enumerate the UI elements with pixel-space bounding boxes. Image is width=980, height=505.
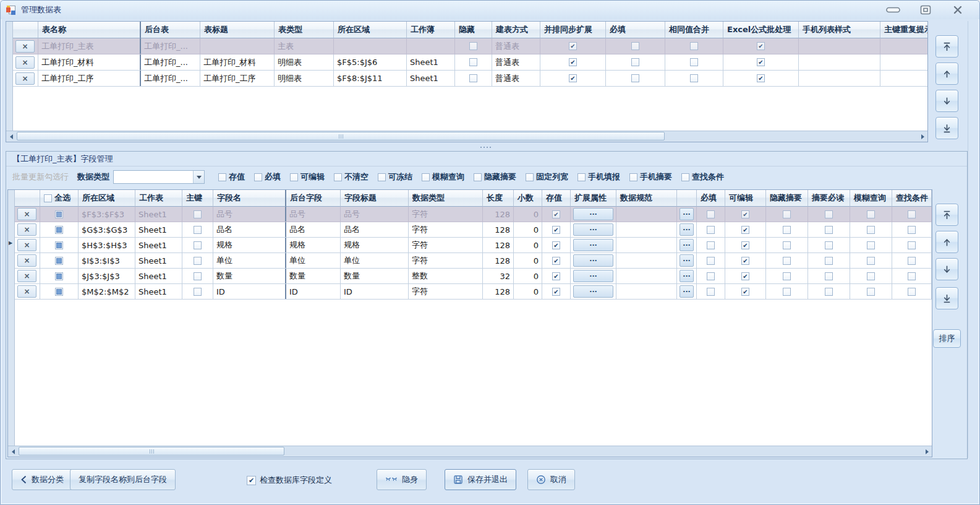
ellipsis-button[interactable]: ··· — [573, 208, 613, 220]
cell-length[interactable]: 128 — [483, 207, 514, 222]
summary-required-checkbox[interactable] — [825, 241, 833, 249]
search-condition-checkbox[interactable] — [908, 257, 916, 265]
cell-merge-same-value[interactable] — [665, 38, 723, 54]
search-condition-checkbox[interactable] — [908, 288, 916, 296]
row-select-checkbox[interactable] — [55, 272, 63, 280]
cell-fuzzy-search[interactable] — [850, 284, 892, 299]
col-header-editable[interactable]: 可编辑 — [725, 190, 766, 207]
cell-data-type[interactable]: 字符 — [409, 238, 483, 252]
cell-worksheet[interactable]: Sheet1 — [135, 269, 182, 283]
cell-select-all[interactable] — [40, 207, 79, 222]
cell-summary-required[interactable] — [808, 269, 850, 283]
cell-hide-summary[interactable] — [766, 222, 808, 237]
cell-fuzzy-search[interactable] — [850, 253, 892, 268]
cell-summary-required[interactable] — [808, 222, 850, 237]
cell-primary-key[interactable] — [182, 269, 213, 283]
store-value-checkbox[interactable]: ✔ — [552, 241, 560, 249]
col-header-phone-list-style[interactable]: 手机列表样式 — [799, 22, 880, 38]
required-checkbox[interactable] — [631, 74, 639, 82]
cell-row-delete[interactable]: × — [12, 71, 38, 86]
chevron-down-icon[interactable] — [193, 171, 204, 183]
cell-backend-table[interactable]: 工单打印_... — [141, 38, 200, 54]
cell-primary-key[interactable] — [182, 222, 213, 237]
cell-region[interactable]: $F$3:$F$3 — [79, 207, 135, 222]
col-header-create-method[interactable]: 建表方式 — [492, 22, 540, 38]
move-field-up-button[interactable] — [935, 231, 958, 253]
ellipsis-button[interactable]: ··· — [680, 223, 694, 236]
close-icon[interactable] — [950, 4, 966, 15]
col-header-workbook[interactable]: 工作薄 — [407, 22, 455, 38]
cell-table-name[interactable]: 工单打印_材料 — [38, 54, 141, 70]
scrollbar-thumb[interactable] — [17, 132, 665, 140]
cell-summary-required[interactable] — [808, 284, 850, 299]
cell-store-value[interactable]: ✔ — [542, 222, 571, 237]
cell-sync-expand[interactable]: ✔ — [540, 38, 606, 54]
cell-data-type[interactable]: 字符 — [409, 284, 483, 299]
cell-search-condition[interactable] — [892, 238, 932, 252]
col-header-decimal[interactable]: 小数 — [514, 190, 542, 207]
required-checkbox[interactable] — [707, 241, 715, 249]
summary-required-checkbox[interactable] — [825, 210, 833, 218]
cell-data-spec[interactable] — [616, 238, 677, 252]
store-value-checkbox[interactable]: ✔ — [552, 257, 560, 265]
col-header-primary-key[interactable]: 主键 — [182, 190, 213, 207]
cell-hidden[interactable] — [455, 71, 492, 86]
sync-expand-checkbox[interactable]: ✔ — [569, 74, 577, 82]
cell-table-title[interactable] — [200, 38, 275, 54]
summary-required-checkbox[interactable] — [825, 288, 833, 296]
cell-field-title[interactable]: 品号 — [341, 207, 409, 222]
delete-row-button[interactable]: × — [17, 223, 36, 236]
sync-expand-checkbox[interactable]: ✔ — [569, 42, 577, 50]
cell-workbook[interactable]: Sheet1 — [407, 71, 455, 86]
cell-decimal[interactable]: 0 — [514, 269, 542, 283]
ellipsis-button[interactable]: ··· — [573, 223, 613, 236]
col-header-region[interactable]: 所在区域 — [79, 190, 135, 207]
store-value-checkbox[interactable]: ✔ — [552, 210, 560, 218]
cell-region[interactable]: $M$2:$M$2 — [79, 284, 135, 299]
hidden-checkbox[interactable] — [469, 58, 477, 66]
cell-more[interactable]: ··· — [677, 222, 697, 237]
scrollbar-thumb[interactable] — [19, 447, 284, 455]
cell-worksheet[interactable]: Sheet1 — [135, 253, 182, 268]
batch-checkbox[interactable] — [218, 173, 226, 181]
hide-summary-checkbox[interactable] — [783, 226, 791, 234]
cell-row-delete[interactable]: × — [14, 253, 40, 268]
col-header-sync-expand[interactable]: 并排同步扩展 — [540, 22, 606, 38]
delete-row-button[interactable]: × — [15, 72, 35, 85]
batch-checkbox[interactable] — [474, 173, 482, 181]
col-header-table-name[interactable]: 表名称 — [38, 22, 141, 38]
col-header-pk-duplicate[interactable]: 主键重复提示 — [880, 22, 928, 38]
cell-phone-list-style[interactable] — [799, 54, 880, 70]
cell-backend-field[interactable]: 品名 — [286, 222, 341, 237]
cell-hide-summary[interactable] — [766, 269, 808, 283]
cell-region[interactable]: $G$3:$G$3 — [79, 222, 135, 237]
cell-required[interactable] — [697, 284, 725, 299]
cell-backend-field[interactable]: ID — [286, 284, 341, 299]
cell-row-delete[interactable]: × — [14, 238, 40, 252]
cell-length[interactable]: 128 — [483, 222, 514, 237]
summary-required-checkbox[interactable] — [825, 257, 833, 265]
hide-summary-checkbox[interactable] — [783, 210, 791, 218]
cell-hide-summary[interactable] — [766, 253, 808, 268]
store-value-checkbox[interactable]: ✔ — [552, 226, 560, 234]
cell-data-type[interactable]: 字符 — [409, 253, 483, 268]
cell-sync-expand[interactable]: ✔ — [540, 54, 606, 70]
delete-row-button[interactable]: × — [17, 254, 36, 267]
cell-worksheet[interactable]: Sheet1 — [135, 284, 182, 299]
cell-more[interactable]: ··· — [677, 207, 697, 222]
merge-same-value-checkbox[interactable] — [690, 74, 698, 82]
cell-create-method[interactable]: 普通表 — [492, 54, 540, 70]
col-header-row-delete[interactable] — [12, 22, 38, 38]
col-header-summary-required[interactable]: 摘要必读 — [808, 190, 850, 207]
cell-data-spec[interactable] — [616, 269, 677, 283]
cell-region[interactable]: $H$3:$H$3 — [79, 238, 135, 252]
cell-more[interactable]: ··· — [677, 284, 697, 299]
col-header-row-delete[interactable] — [14, 190, 40, 207]
cell-excel-formula-batch[interactable]: ✔ — [723, 38, 799, 54]
cell-summary-required[interactable] — [808, 238, 850, 252]
batch-checkbox[interactable] — [254, 173, 262, 181]
cell-more[interactable]: ··· — [677, 238, 697, 252]
cell-store-value[interactable]: ✔ — [542, 284, 571, 299]
delete-row-button[interactable]: × — [17, 270, 36, 282]
cell-decimal[interactable]: 0 — [514, 253, 542, 268]
